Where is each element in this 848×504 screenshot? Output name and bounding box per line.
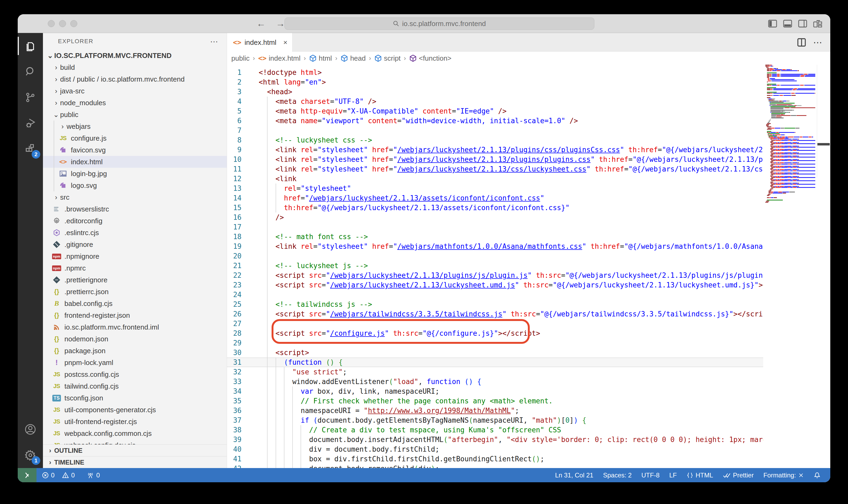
code-line-9[interactable]: 9 <link rel="stylesheet" href="/webjars/… xyxy=(227,145,763,155)
code-line-22[interactable]: 22 <script src="/webjars/luckysheet/2.1.… xyxy=(227,271,763,280)
status-right-ln-31-col-21[interactable]: Ln 31, Col 21 xyxy=(555,471,593,479)
code-line-26[interactable]: 26 <script src="/webjars/tailwindcss/3.3… xyxy=(227,309,763,319)
code-line-31[interactable]: 31 (function () { xyxy=(227,358,763,367)
tree-item-pnpm-lock.yaml[interactable]: !pnpm-lock.yaml xyxy=(43,357,227,368)
code-line-2[interactable]: 2<html lang="en"> xyxy=(227,77,763,87)
code-line-14[interactable]: 14 href="/webjars/luckysheet/2.1.13/asse… xyxy=(227,193,763,203)
activitybar-run-debug[interactable] xyxy=(18,110,43,136)
breadcrumb-item-script[interactable]: script xyxy=(374,54,401,62)
toggle-panel-icon[interactable] xyxy=(783,20,792,28)
code-line-23[interactable]: 23 <script src="/webjars/luckysheet/2.1.… xyxy=(227,280,763,290)
activitybar-account[interactable] xyxy=(18,416,43,442)
tree-item-index.html[interactable]: <>index.html xyxy=(43,156,227,168)
code-line-32[interactable]: 32 "use strict"; xyxy=(227,367,763,377)
breadcrumb-item-html[interactable]: html xyxy=(309,54,332,62)
code-line-41[interactable]: 41 box = div.firstChild.firstChild.getBo… xyxy=(227,454,763,464)
minimize-window-button[interactable] xyxy=(59,20,66,27)
tab-index-html[interactable]: <> index.html × xyxy=(227,33,292,52)
code-line-20[interactable]: 20 xyxy=(227,251,763,261)
breadcrumb-item-index-html[interactable]: <>index.html xyxy=(258,54,301,62)
code-line-16[interactable]: 16 /> xyxy=(227,213,763,222)
tree-item-src[interactable]: ›src xyxy=(43,191,227,203)
tree-item-login-bg.jpg[interactable]: login-bg.jpg xyxy=(43,168,227,180)
status-left-0[interactable]: 0 xyxy=(62,471,75,479)
close-tab-icon[interactable]: × xyxy=(283,38,287,47)
close-window-button[interactable] xyxy=(48,20,55,27)
code-line-3[interactable]: 3 <head> xyxy=(227,87,763,96)
tree-item-tailwind.config.cjs[interactable]: JStailwind.config.cjs xyxy=(43,380,227,392)
code-line-28[interactable]: 28 <script src="/configure.js" th:src="@… xyxy=(227,328,763,338)
breadcrumb-item-head[interactable]: head xyxy=(341,54,366,62)
tree-item-.browserslistrc[interactable]: .browserslistrc xyxy=(43,203,227,215)
code-line-30[interactable]: 30 <script> xyxy=(227,348,763,358)
status-left-0[interactable]: 0 xyxy=(42,471,54,479)
code-line-11[interactable]: 11 <link rel="stylesheet" href="/webjars… xyxy=(227,164,763,174)
status-right-spaces-2[interactable]: Spaces: 2 xyxy=(603,471,632,479)
tree-item-.editorconfig[interactable]: .editorconfig xyxy=(43,215,227,227)
history-back-icon[interactable]: ← xyxy=(256,18,266,29)
tree-item-webpack.config.dev.cjs[interactable]: JSwebpack.config.dev.cjs xyxy=(43,439,227,445)
code-line-38[interactable]: 38 // Create a div to test mspace, using… xyxy=(227,425,763,435)
activitybar-explorer[interactable] xyxy=(18,33,43,59)
code-line-24[interactable]: 24 xyxy=(227,290,763,300)
minimap[interactable] xyxy=(763,65,830,468)
tree-item-nodemon.json[interactable]: {}nodemon.json xyxy=(43,333,227,345)
code-line-42[interactable]: 42 document.body.removeChild(div); xyxy=(227,464,763,468)
code-line-33[interactable]: 33 window.addEventListener("load", funct… xyxy=(227,377,763,386)
code-line-35[interactable]: 35 // First check whether the page conta… xyxy=(227,396,763,406)
tree-item-util-components-generator.cjs[interactable]: JSutil-components-generator.cjs xyxy=(43,404,227,416)
code-line-37[interactable]: 37 if (document.body.getElementsByTagNam… xyxy=(227,415,763,425)
outline-section[interactable]: › OUTLINE xyxy=(43,445,227,456)
code-line-7[interactable]: 7 xyxy=(227,126,763,135)
status-right-bell-icon[interactable] xyxy=(814,472,820,479)
code-line-27[interactable]: 27 xyxy=(227,319,763,328)
status-right-formatting-[interactable]: Formatting: xyxy=(763,471,804,479)
tree-item-util-frontend-register.cjs[interactable]: JSutil-frontend-register.cjs xyxy=(43,416,227,428)
tree-item-public[interactable]: ⌄public xyxy=(43,109,227,121)
tree-item-io.sc.platform.mvc.frontend.iml[interactable]: io.sc.platform.mvc.frontend.iml xyxy=(43,321,227,333)
code-line-39[interactable]: 39 document.body.insertAdjacentHTML("aft… xyxy=(227,435,763,445)
code-line-19[interactable]: 19 <link rel="stylesheet" href="/webjars… xyxy=(227,241,763,251)
tree-item-node-modules[interactable]: ›node_modules xyxy=(43,97,227,109)
tree-item-configure.js[interactable]: JSconfigure.js xyxy=(43,132,227,144)
tree-item-.gitignore[interactable]: .gitignore xyxy=(43,238,227,250)
tree-item-.prettierignore[interactable]: .prettierignore xyxy=(43,274,227,286)
window-controls[interactable] xyxy=(48,14,77,33)
code-line-36[interactable]: 36 namespaceURI = "http://www.w3.org/199… xyxy=(227,406,763,415)
code-line-12[interactable]: 12 <link xyxy=(227,174,763,183)
status-right-prettier[interactable]: Prettier xyxy=(723,471,754,479)
code-line-6[interactable]: 6 <meta name="viewport" content="width=d… xyxy=(227,116,763,126)
tree-item-postcss.config.cjs[interactable]: JSpostcss.config.cjs xyxy=(43,368,227,380)
code-line-10[interactable]: 10 <link rel="stylesheet" href="/webjars… xyxy=(227,155,763,164)
code-line-5[interactable]: 5 <meta http-equiv="X-UA-Compatible" con… xyxy=(227,106,763,116)
tree-item-logo.svg[interactable]: logo.svg xyxy=(43,180,227,191)
tree-item-webjars[interactable]: ›webjars xyxy=(43,121,227,132)
code-line-40[interactable]: 40 div = document.body.firstChild; xyxy=(227,445,763,454)
command-center[interactable]: io.sc.platform.mvc.frontend xyxy=(285,17,594,30)
history-forward-icon[interactable]: → xyxy=(276,18,285,29)
code-line-15[interactable]: 15 th:href="@{/webjars/luckysheet/2.1.13… xyxy=(227,203,763,213)
breadcrumb-item-public[interactable]: public xyxy=(231,54,250,62)
code-line-34[interactable]: 34 var box, div, link, namespaceURI; xyxy=(227,386,763,396)
code-area[interactable]: 1<!doctype html>2<html lang="en">3 <head… xyxy=(227,65,830,468)
tree-item-java-src[interactable]: ›java-src xyxy=(43,85,227,97)
code-line-18[interactable]: 18 <!-- math font css --> xyxy=(227,232,763,241)
activitybar-source-control[interactable] xyxy=(18,85,43,110)
code-line-8[interactable]: 8 <!-- luckysheet css --> xyxy=(227,135,763,145)
toggle-secondary-sidebar-icon[interactable] xyxy=(798,20,807,28)
code-line-29[interactable]: 29 xyxy=(227,338,763,348)
breadcrumb-item--function-[interactable]: <function> xyxy=(409,54,451,62)
code-line-25[interactable]: 25 <!-- tailwindcss js --> xyxy=(227,300,763,309)
tree-item-tsconfig.json[interactable]: TStsconfig.json xyxy=(43,392,227,404)
activitybar-extensions[interactable]: 2 xyxy=(18,136,43,162)
explorer-actions-icon[interactable]: ⋯ xyxy=(210,37,219,46)
split-editor-icon[interactable] xyxy=(797,38,806,47)
status-right-utf-8[interactable]: UTF-8 xyxy=(642,471,660,479)
code-line-4[interactable]: 4 <meta charset="UTF-8" /> xyxy=(227,96,763,106)
maximize-window-button[interactable] xyxy=(70,20,77,27)
code-line-13[interactable]: 13 rel="stylesheet" xyxy=(227,183,763,193)
tree-item-.eslintrc.cjs[interactable]: .eslintrc.cjs xyxy=(43,227,227,238)
editor-more-actions-icon[interactable]: ⋯ xyxy=(813,37,823,48)
status-right-html[interactable]: HTML xyxy=(686,471,713,479)
tree-item-.prettierrc.json[interactable]: {}.prettierrc.json xyxy=(43,286,227,298)
